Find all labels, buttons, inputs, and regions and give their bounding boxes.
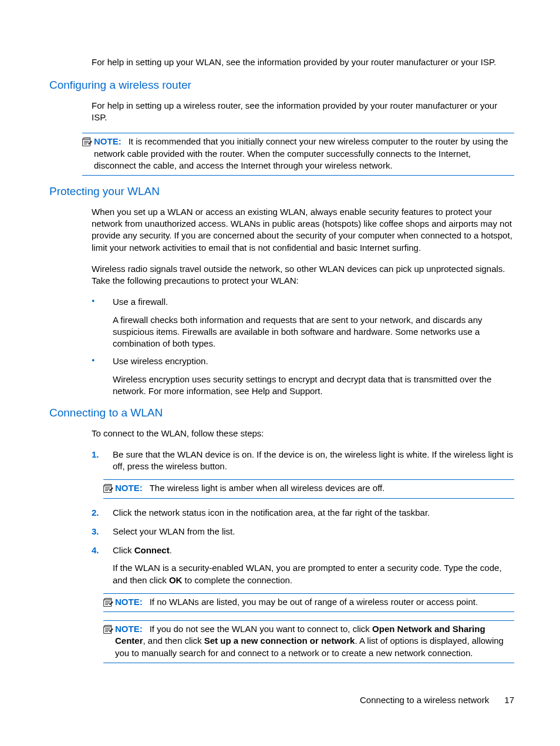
t: to complete the connection.: [182, 575, 292, 585]
note-no-wlans: NOTE:If no WLANs are listed, you may be …: [103, 593, 514, 612]
bullet-firewall: Use a firewall. A firewall checks both i…: [92, 296, 514, 350]
note-icon: [102, 483, 114, 494]
heading-connecting-wlan: Connecting to a WLAN: [49, 405, 514, 421]
note-icon: [102, 597, 114, 608]
t: If you do not see the WLAN you want to c…: [150, 624, 372, 634]
intro-paragraph: For help in setting up your WLAN, see th…: [92, 56, 514, 68]
bullet-encryption: Use wireless encryption. Wireless encryp…: [92, 355, 514, 397]
step-3: Select your WLAN from the list.: [92, 526, 514, 537]
note-label: NOTE:: [115, 624, 143, 634]
protecting-p2: Wireless radio signals travel outside th…: [92, 263, 514, 287]
step-text-connect: Connect: [134, 545, 170, 555]
step-1: Be sure that the WLAN device is on. If t…: [92, 449, 514, 473]
page-footer: Connecting to a wireless network 17: [360, 694, 514, 706]
note-text: The wireless light is amber when all wir…: [150, 483, 385, 493]
footer-page-number: 17: [504, 695, 514, 705]
note-label: NOTE:: [115, 597, 143, 607]
bullet-head: Use wireless encryption.: [113, 356, 208, 366]
step-2: Click the network status icon in the not…: [92, 507, 514, 519]
note-label: NOTE:: [115, 483, 143, 493]
step-4-body: If the WLAN is a security-enabled WLAN, …: [113, 562, 514, 586]
protecting-p1: When you set up a WLAN or access an exis…: [92, 206, 514, 254]
bullet-body: Wireless encryption uses security settin…: [113, 374, 514, 398]
note-open-network-center: NOTE:If you do not see the WLAN you want…: [103, 620, 514, 663]
bullet-body: A firewall checks both information and r…: [113, 314, 514, 350]
configuring-paragraph: For help in setting up a wireless router…: [92, 100, 514, 124]
step-text-c: .: [170, 545, 172, 555]
step-text: Click the network status icon in the not…: [113, 508, 430, 518]
t-ok: OK: [169, 575, 183, 585]
heading-configuring-router: Configuring a wireless router: [49, 78, 514, 93]
step-text-a: Click: [113, 545, 134, 555]
step-4: Click Connect. If the WLAN is a security…: [92, 545, 514, 586]
connecting-intro: To connect to the WLAN, follow these ste…: [92, 428, 514, 439]
note-icon: [81, 137, 93, 147]
step-text: Select your WLAN from the list.: [113, 526, 235, 536]
step-text: Be sure that the WLAN device is on. If t…: [113, 449, 513, 471]
note-text: If no WLANs are listed, you may be out o…: [150, 597, 478, 607]
footer-section: Connecting to a wireless network: [360, 695, 489, 705]
note-icon: [102, 624, 114, 635]
heading-protecting-wlan: Protecting your WLAN: [49, 184, 514, 199]
note-wireless-light: NOTE:The wireless light is amber when al…: [103, 479, 514, 498]
bullet-head: Use a firewall.: [113, 297, 168, 307]
note-configuring: NOTE:It is recommended that you initiall…: [82, 133, 514, 176]
t-bold: Set up a new connection or network: [204, 636, 355, 646]
t: , and then click: [143, 636, 204, 646]
note-label: NOTE:: [94, 136, 122, 146]
note-text: It is recommended that you initially con…: [94, 136, 508, 170]
